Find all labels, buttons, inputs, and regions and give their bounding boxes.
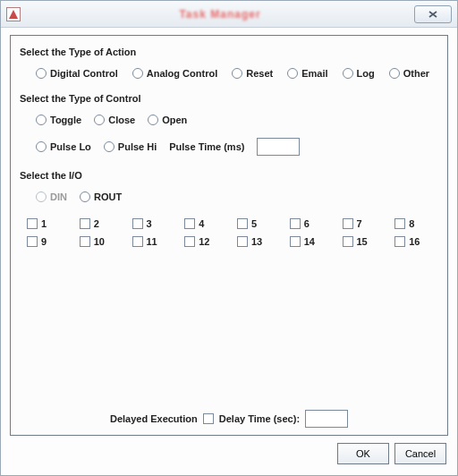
check-io-15[interactable]: 15 [343, 236, 386, 247]
radio-label: DIN [50, 191, 67, 202]
control-radio-row-2: Pulse Lo Pulse Hi Pulse Time (ms) [36, 138, 438, 156]
check-io-1[interactable]: 1 [27, 218, 71, 229]
check-io-5[interactable]: 5 [237, 218, 281, 229]
ok-button[interactable]: OK [337, 443, 389, 464]
radio-icon [132, 68, 143, 79]
check-label: 5 [251, 218, 257, 229]
checkbox-icon [203, 413, 214, 424]
radio-din: DIN [36, 191, 67, 202]
radio-pulse-lo[interactable]: Pulse Lo [36, 141, 91, 152]
check-io-14[interactable]: 14 [290, 236, 334, 247]
io-radio-row: DIN ROUT [36, 191, 438, 202]
radio-toggle[interactable]: Toggle [36, 115, 81, 125]
check-label: 11 [147, 236, 157, 247]
check-label: 3 [147, 218, 152, 229]
main-panel: Select the Type of Action Digital Contro… [10, 35, 448, 436]
window-title: Task Manager [26, 8, 414, 21]
radio-label: Log [357, 68, 375, 79]
check-label: 16 [409, 236, 420, 247]
pulse-time-input[interactable] [257, 138, 300, 156]
check-label: 15 [357, 236, 368, 247]
radio-label: Pulse Hi [118, 141, 157, 152]
check-io-6[interactable]: 6 [290, 218, 334, 229]
radio-digital-control[interactable]: Digital Control [36, 68, 118, 79]
radio-icon [36, 68, 47, 79]
radio-icon [104, 141, 114, 152]
check-label: 12 [199, 236, 209, 247]
radio-icon [287, 68, 298, 79]
check-io-11[interactable]: 11 [132, 236, 176, 247]
checkbox-icon [290, 218, 301, 229]
radio-label: Reset [246, 68, 273, 79]
radio-rout[interactable]: ROUT [80, 191, 122, 202]
delay-time-input[interactable] [305, 410, 348, 428]
radio-label: Digital Control [50, 68, 118, 79]
check-label: 13 [251, 236, 262, 247]
checkbox-icon [237, 236, 248, 247]
radio-log[interactable]: Log [343, 68, 375, 79]
check-io-13[interactable]: 13 [237, 236, 281, 247]
radio-icon [232, 68, 242, 79]
check-label: 4 [199, 218, 204, 229]
checkbox-icon [394, 218, 405, 229]
check-label: 2 [94, 218, 99, 229]
check-io-12[interactable]: 12 [184, 236, 228, 247]
radio-label: Email [301, 68, 327, 79]
checkbox-icon [394, 236, 405, 247]
radio-icon [343, 68, 353, 79]
checkbox-icon [80, 236, 90, 247]
radio-analog-control[interactable]: Analog Control [132, 68, 217, 79]
radio-reset[interactable]: Reset [232, 68, 273, 79]
check-io-9[interactable]: 9 [27, 236, 71, 247]
svg-marker-0 [9, 10, 18, 19]
check-io-4[interactable]: 4 [184, 218, 228, 229]
delayed-execution-checkbox[interactable] [203, 413, 214, 424]
check-io-7[interactable]: 7 [343, 218, 386, 229]
cancel-button[interactable]: Cancel [394, 443, 446, 464]
radio-icon [36, 141, 47, 152]
radio-email[interactable]: Email [287, 68, 327, 79]
radio-label: Toggle [50, 115, 81, 125]
check-label: 1 [41, 218, 47, 229]
checkbox-icon [27, 236, 38, 247]
checkbox-icon [184, 236, 195, 247]
io-channel-grid: 1 2 3 4 5 6 7 8 9 10 11 12 13 14 15 16 [27, 218, 438, 247]
radio-label: Pulse Lo [50, 141, 91, 152]
check-io-16[interactable]: 16 [394, 236, 438, 247]
title-bar: Task Manager [1, 1, 457, 28]
radio-other[interactable]: Other [389, 68, 429, 79]
radio-icon [36, 115, 47, 125]
radio-icon [148, 115, 158, 125]
delay-time-label: Delay Time (sec): [219, 413, 300, 424]
check-label: 8 [409, 218, 414, 229]
radio-pulse-hi[interactable]: Pulse Hi [104, 141, 157, 152]
check-io-3[interactable]: 3 [132, 218, 176, 229]
checkbox-icon [343, 218, 353, 229]
check-label: 7 [357, 218, 362, 229]
pulse-time-label: Pulse Time (ms) [169, 141, 244, 152]
checkbox-icon [132, 218, 143, 229]
window-close-button[interactable] [414, 5, 452, 23]
dialog-window: Task Manager Select the Type of Action D… [0, 0, 458, 476]
check-io-8[interactable]: 8 [394, 218, 438, 229]
check-io-10[interactable]: 10 [80, 236, 123, 247]
content-area: Select the Type of Action Digital Contro… [1, 28, 457, 475]
check-label: 10 [94, 236, 105, 247]
radio-open[interactable]: Open [148, 115, 187, 125]
radio-label: ROUT [94, 191, 122, 202]
checkbox-icon [132, 236, 143, 247]
checkbox-icon [237, 218, 248, 229]
check-io-2[interactable]: 2 [80, 218, 123, 229]
dialog-button-row: OK Cancel [10, 436, 448, 466]
radio-icon [80, 191, 90, 202]
radio-close[interactable]: Close [94, 115, 135, 125]
control-section-label: Select the Type of Control [20, 93, 438, 104]
delay-row: Delayed Execution Delay Time (sec): [20, 399, 438, 428]
check-label: 9 [41, 236, 47, 247]
radio-icon [389, 68, 400, 79]
checkbox-icon [290, 236, 301, 247]
action-section-label: Select the Type of Action [20, 47, 438, 57]
radio-icon [94, 115, 105, 125]
check-label: 6 [304, 218, 310, 229]
checkbox-icon [27, 218, 38, 229]
